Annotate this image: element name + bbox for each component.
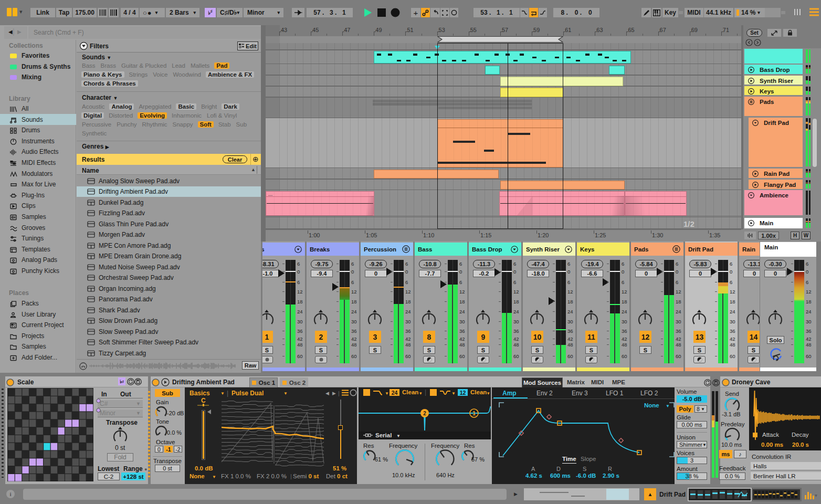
svg-text:i: i	[9, 491, 11, 497]
svg-text:1: 1	[472, 411, 476, 416]
svg-text:2: 2	[423, 411, 426, 416]
